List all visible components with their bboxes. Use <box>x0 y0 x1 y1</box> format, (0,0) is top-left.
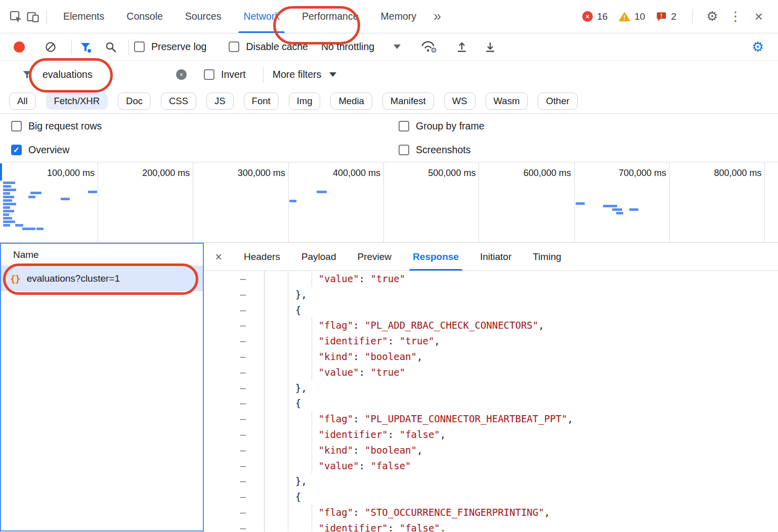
chip-font[interactable]: Font <box>244 93 279 110</box>
detail-tab-timing[interactable]: Timing <box>522 243 572 271</box>
chip-manifest[interactable]: Manifest <box>382 93 434 110</box>
more-tabs-icon[interactable]: » <box>427 9 447 24</box>
network-overview-bar <box>15 224 23 227</box>
line-gutter-dash: – <box>204 302 264 318</box>
tab-network[interactable]: Network <box>232 0 291 33</box>
close-devtools-icon[interactable]: × <box>750 8 768 26</box>
tab-sources[interactable]: Sources <box>174 0 233 33</box>
divider <box>47 9 47 24</box>
divider <box>71 39 72 55</box>
view-options-row-2: Overview Screenshots <box>0 138 778 162</box>
screenshots-checkbox[interactable] <box>399 145 409 155</box>
network-settings-gear-icon[interactable]: ⚙ <box>749 38 767 56</box>
chip-all[interactable]: All <box>9 93 36 110</box>
response-line: – "flag": "STO_OCCURRENCE_FINGERPRINTING… <box>204 505 778 520</box>
timeline-tick-label: 800,000 ms <box>714 168 761 179</box>
group-by-frame-option: Group by frame <box>399 120 484 132</box>
chip-img[interactable]: Img <box>289 93 321 110</box>
overview-timeline[interactable]: 100,000 ms200,000 ms300,000 ms400,000 ms… <box>0 162 778 243</box>
overview-checkbox[interactable] <box>11 145 22 155</box>
network-overview-bar <box>3 196 14 198</box>
devtools-tab-bar: ElementsConsoleSourcesNetworkPerformance… <box>0 0 778 33</box>
gutter-separator <box>264 271 265 531</box>
request-row[interactable]: {}evaluations?cluster=1 <box>1 266 203 291</box>
clear-network-log-icon[interactable] <box>42 38 59 56</box>
network-overview-bar <box>3 199 12 202</box>
line-gutter-dash: – <box>204 318 264 333</box>
record-network-log-icon[interactable] <box>14 41 25 53</box>
response-line: – { <box>204 302 778 318</box>
issues-badge[interactable]: ! 2 <box>656 11 676 22</box>
response-line: – }, <box>204 380 778 396</box>
divider <box>693 9 693 24</box>
preserve-log-label: Preserve log <box>151 41 206 53</box>
network-overview-bar <box>317 191 327 193</box>
chip-wasm[interactable]: Wasm <box>486 93 528 110</box>
json-request-icon: {} <box>10 274 20 284</box>
detail-tab-response[interactable]: Response <box>402 243 469 271</box>
line-gutter-dash: – <box>204 365 264 380</box>
invert-filter-checkbox[interactable] <box>204 69 214 80</box>
filter-funnel-icon <box>18 66 35 83</box>
tab-console[interactable]: Console <box>115 0 174 33</box>
response-line: – "flag": "PL_ADD_RBAC_CHECK_CONNECTORS"… <box>204 318 778 333</box>
network-conditions-icon[interactable]: ⚙ <box>419 38 439 56</box>
chip-ws[interactable]: WS <box>444 93 476 110</box>
clear-filter-icon[interactable]: × <box>176 69 187 80</box>
chip-css[interactable]: CSS <box>161 93 196 110</box>
line-gutter-dash: – <box>204 520 264 531</box>
timeline-gridline <box>193 162 193 242</box>
line-gutter-dash: – <box>204 427 264 442</box>
timeline-gridline <box>383 162 384 242</box>
throttling-dropdown[interactable]: No throttling <box>321 41 401 53</box>
response-line: – "kind": "boolean", <box>204 349 778 365</box>
detail-tab-initiator[interactable]: Initiator <box>469 243 522 271</box>
devtools-settings-gear-icon[interactable]: ⚙ <box>703 8 721 26</box>
big-request-rows-checkbox[interactable] <box>11 121 22 131</box>
filter-toggle-icon[interactable] <box>77 38 94 56</box>
detail-tab-headers[interactable]: Headers <box>233 243 291 271</box>
filter-input[interactable] <box>42 69 176 80</box>
group-by-frame-checkbox[interactable] <box>399 121 409 131</box>
more-filters-label: More filters <box>273 69 321 80</box>
detail-tab-preview[interactable]: Preview <box>347 243 403 271</box>
response-line: – { <box>204 489 778 505</box>
tab-memory[interactable]: Memory <box>370 0 427 33</box>
inspect-element-icon[interactable] <box>7 8 24 25</box>
request-type-chip-row: AllFetch/XHRDocCSSJSFontImgMediaManifest… <box>0 88 778 114</box>
timeline-tick-label: 500,000 ms <box>428 168 476 179</box>
search-icon[interactable] <box>102 38 119 56</box>
detail-tab-payload[interactable]: Payload <box>291 243 347 271</box>
timeline-gridline <box>574 162 575 242</box>
network-overview-bar <box>22 228 35 230</box>
tab-elements[interactable]: Elements <box>52 0 115 33</box>
overview-left-handle[interactable] <box>0 163 2 181</box>
chip-doc[interactable]: Doc <box>118 93 151 110</box>
export-har-icon[interactable] <box>482 38 499 56</box>
line-gutter-dash: – <box>204 349 264 365</box>
import-har-icon[interactable] <box>453 38 470 56</box>
disable-cache-checkbox[interactable] <box>229 41 239 52</box>
overview-label: Overview <box>28 144 69 156</box>
error-badge[interactable]: × 16 <box>582 11 608 22</box>
tab-performance[interactable]: Performance <box>291 0 370 33</box>
more-options-icon[interactable]: ⋮ <box>726 8 745 26</box>
chip-other[interactable]: Other <box>538 93 577 110</box>
response-body[interactable]: – "value": "true"– },– {– "flag": "PL_AD… <box>204 271 778 531</box>
close-detail-icon[interactable]: × <box>215 251 222 263</box>
response-line: – }, <box>204 287 778 302</box>
chip-js[interactable]: JS <box>206 93 234 110</box>
preserve-log-checkbox[interactable] <box>134 41 145 52</box>
warning-badge[interactable]: ! 10 <box>619 11 645 22</box>
line-gutter-dash: – <box>204 458 264 474</box>
chip-fetch-xhr[interactable]: Fetch/XHR <box>46 93 108 110</box>
name-column-header[interactable]: Name <box>1 244 203 266</box>
response-line: – }, <box>204 473 778 489</box>
screenshots-option: Screenshots <box>399 144 470 156</box>
device-toolbar-icon[interactable] <box>24 8 41 25</box>
timeline-tick-label: 100,000 ms <box>47 168 95 179</box>
more-filters-dropdown[interactable]: More filters <box>273 69 336 80</box>
chip-media[interactable]: Media <box>330 93 372 110</box>
network-overview-bar <box>289 200 296 202</box>
error-count: 16 <box>597 11 608 22</box>
